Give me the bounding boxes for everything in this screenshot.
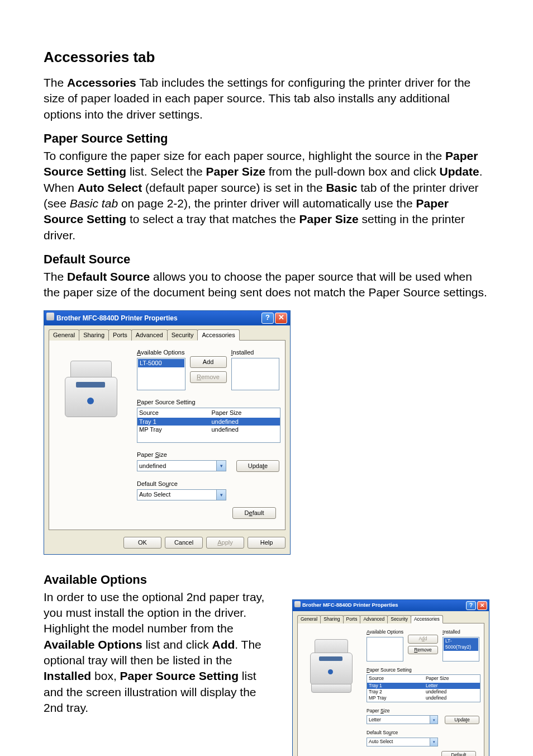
chevron-down-icon[interactable]: ▾ (216, 490, 226, 500)
table-row[interactable]: MP Trayundefined (137, 426, 280, 434)
pss-label: Paper Source Setting (137, 398, 279, 407)
tab-accessories[interactable]: Accessories (411, 615, 443, 623)
default-source-paragraph: The Default Source allows you to choose … (44, 269, 489, 301)
window-title: Brother MFC-8840D Printer Properties (302, 602, 398, 609)
update-button[interactable]: Update (445, 716, 479, 724)
default-source-combo[interactable]: Auto Select ▾ (137, 489, 226, 500)
installed-label: Installed (231, 348, 280, 357)
help-titlebar-button[interactable]: ? (466, 601, 476, 610)
close-titlebar-button[interactable]: ✕ (275, 313, 287, 324)
printer-illustration (302, 632, 360, 694)
title-bar: Brother MFC-8840D Printer Properties ? ✕ (293, 600, 489, 611)
accessories-panel: Available Options Add Remove Installed L (297, 623, 484, 756)
available-options-label: Available Options (367, 629, 403, 635)
document-page: Accessories tab The Accessories Tab incl… (0, 0, 533, 756)
heading-default-source: Default Source (44, 251, 489, 268)
tab-sharing[interactable]: Sharing (320, 615, 343, 623)
cancel-button[interactable]: Cancel (165, 537, 203, 549)
tab-ports[interactable]: Ports (108, 329, 132, 341)
heading-accessories-tab: Accessories tab (44, 48, 489, 67)
printer-icon (294, 601, 301, 607)
available-options-listbox[interactable] (367, 637, 403, 662)
chevron-down-icon[interactable]: ▾ (430, 738, 437, 746)
help-button[interactable]: Help (248, 537, 285, 549)
table-row[interactable]: Tray 1Letter (367, 683, 480, 689)
tab-strip: General Sharing Ports Advanced Security … (49, 329, 285, 341)
pss-table[interactable]: SourcePaper Size Tray 1undefined MP Tray… (137, 408, 280, 443)
available-options-listbox[interactable]: LT-5000 (137, 358, 185, 390)
tab-general[interactable]: General (49, 329, 79, 341)
add-button[interactable]: Add (190, 356, 227, 368)
paper-size-label: Paper Size (137, 451, 279, 459)
tab-general[interactable]: General (297, 615, 321, 623)
remove-button: Remove (190, 371, 227, 383)
intro-paragraph: The Accessories Tab includes the setting… (44, 75, 489, 122)
available-options-paragraph: In order to use the optional 2nd paper t… (44, 589, 277, 716)
close-titlebar-button[interactable]: ✕ (477, 601, 487, 610)
default-button[interactable]: Default (441, 751, 476, 756)
paper-size-combo[interactable]: Letter ▾ (367, 715, 438, 724)
tab-security[interactable]: Security (167, 329, 198, 341)
remove-button[interactable]: Remove (408, 646, 438, 654)
pss-paragraph: To configure the paper size for each pap… (44, 148, 489, 243)
available-options-label: Available Options (137, 348, 185, 357)
update-button[interactable]: Update (236, 460, 279, 472)
table-row[interactable]: Tray 1undefined (137, 418, 280, 426)
chevron-down-icon[interactable]: ▾ (430, 716, 437, 724)
add-button: Add (408, 635, 438, 643)
tab-strip: General Sharing Ports Advanced Security … (297, 615, 484, 623)
dialog-bottom-buttons: OK Cancel Apply Help (49, 537, 285, 549)
installed-listbox[interactable]: LT-5000(Tray2) (442, 637, 479, 662)
installed-listbox[interactable] (231, 358, 280, 390)
window-title: Brother MFC-8840D Printer Properties (56, 314, 178, 323)
printer-properties-dialog-2: Brother MFC-8840D Printer Properties ? ✕… (292, 599, 489, 756)
default-source-combo[interactable]: Auto Select ▾ (367, 738, 438, 746)
heading-paper-source-setting: Paper Source Setting (44, 130, 489, 147)
tab-advanced[interactable]: Advanced (360, 615, 388, 623)
help-titlebar-button[interactable]: ? (261, 313, 274, 324)
tab-ports[interactable]: Ports (343, 615, 361, 623)
apply-button: Apply (206, 537, 244, 549)
default-button[interactable]: Default (232, 507, 276, 519)
chevron-down-icon[interactable]: ▾ (216, 461, 226, 471)
list-item[interactable]: LT-5000 (138, 359, 184, 367)
printer-illustration (55, 352, 127, 430)
accessories-panel: Available Options LT-5000 Add Remove Ins… (49, 341, 285, 530)
default-source-label: Default Source (367, 730, 479, 736)
tab-advanced[interactable]: Advanced (131, 329, 168, 341)
default-source-label: Default Source (137, 480, 279, 488)
paper-size-combo[interactable]: undefined ▾ (137, 460, 226, 471)
paper-size-label: Paper Size (367, 708, 479, 714)
tab-sharing[interactable]: Sharing (79, 329, 109, 341)
ok-button[interactable]: OK (123, 537, 161, 549)
table-row[interactable]: Tray 2undefined (367, 689, 480, 695)
pss-table[interactable]: SourcePaper Size Tray 1Letter Tray 2unde… (367, 674, 480, 702)
pss-label: Paper Source Setting (367, 667, 479, 673)
tab-security[interactable]: Security (387, 615, 411, 623)
heading-available-options: Available Options (44, 571, 489, 588)
list-item[interactable]: LT-5000(Tray2) (444, 638, 478, 651)
tab-accessories[interactable]: Accessories (197, 329, 239, 341)
title-bar: Brother MFC-8840D Printer Properties ? ✕ (44, 311, 290, 325)
table-row[interactable]: MP Trayundefined (367, 695, 480, 701)
printer-properties-dialog-1: Brother MFC-8840D Printer Properties ? ✕… (44, 310, 291, 555)
printer-icon (46, 313, 54, 320)
installed-label: Installed (442, 629, 479, 635)
